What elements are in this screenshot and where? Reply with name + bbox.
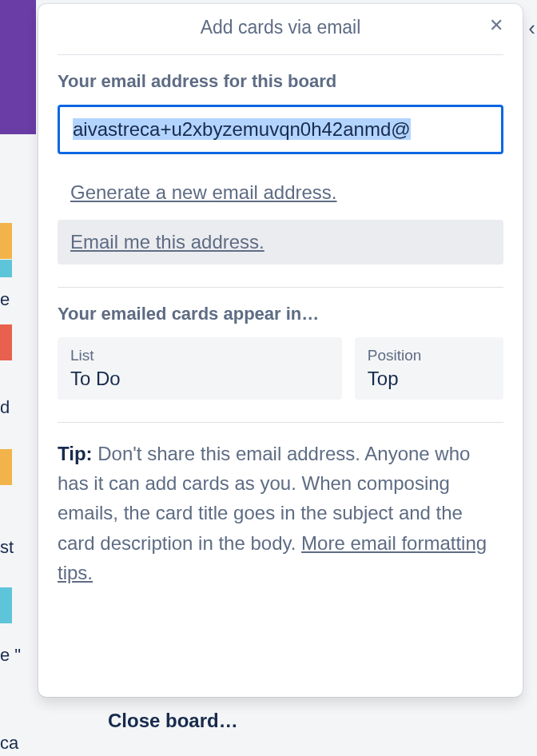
- background-label-orange: [0, 223, 12, 259]
- close-icon[interactable]: ✕: [489, 17, 503, 34]
- position-selector[interactable]: Position Top: [355, 337, 503, 400]
- panel-title: Add cards via email: [201, 17, 361, 38]
- divider: [58, 54, 503, 55]
- email-to-board-panel: Add cards via email ✕ Your email address…: [38, 4, 523, 697]
- board-email-field[interactable]: aivastreca+u2xbyzemuvqn0h42anmd@: [58, 105, 503, 154]
- selectors-row: List To Do Position Top: [58, 337, 503, 400]
- background-text-fragment: ca: [0, 733, 18, 754]
- email-section-label: Your email address for this board: [58, 71, 503, 92]
- background-label-orange-2: [0, 449, 12, 485]
- background-label-red: [0, 324, 12, 360]
- tip-text: Tip: Don't share this email address. Any…: [58, 439, 503, 587]
- email-me-address-button[interactable]: Email me this address.: [58, 220, 503, 265]
- divider: [58, 422, 503, 423]
- list-selector[interactable]: List To Do: [58, 337, 342, 400]
- panel-header: Add cards via email ✕: [58, 4, 503, 51]
- background-text-fragment: e: [0, 289, 10, 310]
- generate-new-email-link[interactable]: Generate a new email address.: [58, 173, 503, 212]
- background-text-fragment: d: [0, 397, 10, 418]
- background-text-fragment: st: [0, 537, 14, 558]
- position-selector-value: Top: [368, 368, 491, 390]
- board-email-value: aivastreca+u2xbyzemuvqn0h42anmd@: [73, 118, 411, 140]
- divider: [58, 287, 503, 288]
- list-selector-label: List: [70, 347, 329, 364]
- list-selector-value: To Do: [70, 368, 329, 390]
- chevron-left-icon[interactable]: ‹: [528, 16, 535, 41]
- close-board-menu-item[interactable]: Close board…: [108, 710, 238, 732]
- tip-label: Tip:: [58, 443, 93, 464]
- background-label-cyan: [0, 260, 12, 277]
- background-label-cyan-2: [0, 587, 12, 623]
- appear-in-label: Your emailed cards appear in…: [58, 304, 503, 324]
- position-selector-label: Position: [368, 347, 491, 364]
- background-sidebar: [0, 0, 36, 134]
- background-text-fragment: e ": [0, 645, 21, 666]
